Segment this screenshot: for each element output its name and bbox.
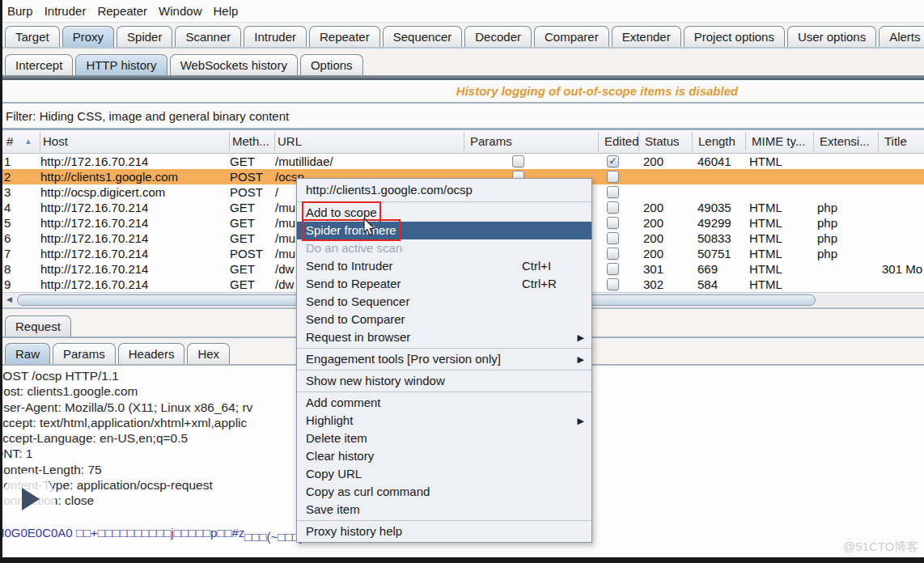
menu-intruder[interactable]: Intruder xyxy=(40,4,93,18)
play-button[interactable] xyxy=(2,472,55,526)
menu-item-copy-url[interactable]: Copy URL xyxy=(297,465,591,483)
menu-item-label: Save item xyxy=(306,502,360,516)
cell-c9: php xyxy=(817,231,837,246)
tab-sequencer[interactable]: Sequencer xyxy=(383,26,463,47)
menu-item-send-to-sequencer[interactable]: Send to Sequencer xyxy=(297,293,591,311)
menu-item-engagement-tools-pro-version-only[interactable]: Engagement tools [Pro version only]▶ xyxy=(297,350,591,368)
column-header-title[interactable]: Title xyxy=(884,134,907,148)
menu-item-proxy-history-help[interactable]: Proxy history help xyxy=(297,523,591,540)
menu-item-delete-item[interactable]: Delete item xyxy=(297,430,591,447)
menu-item-request-in-browser[interactable]: Request in browser▶ xyxy=(297,328,591,346)
menu-item-label: Highlight xyxy=(306,413,353,427)
viewtab-params[interactable]: Params xyxy=(53,343,116,364)
tab-comparer[interactable]: Comparer xyxy=(534,26,609,47)
play-icon xyxy=(22,488,40,510)
cell-c0: 8 xyxy=(4,261,11,277)
column-header-extensi[interactable]: Extensi... xyxy=(820,134,870,148)
edited-checkbox[interactable] xyxy=(607,232,619,244)
menu-item-send-to-comparer[interactable]: Send to Comparer xyxy=(297,311,591,328)
tab-intruder[interactable]: Intruder xyxy=(244,26,307,47)
column-header-mime-ty[interactable]: MIME ty... xyxy=(752,134,805,148)
menu-item-add-to-scope[interactable]: Add to scope xyxy=(297,204,591,222)
column-header-status[interactable]: Status xyxy=(645,134,680,148)
menu-help[interactable]: Help xyxy=(208,4,244,18)
menu-item-add-comment[interactable]: Add comment xyxy=(297,394,591,412)
menu-item-send-to-intruder[interactable]: Send to IntruderCtrl+I xyxy=(297,257,591,275)
menu-item-label: Delete item xyxy=(306,431,367,445)
tab-target[interactable]: Target xyxy=(5,26,60,47)
column-header-params[interactable]: Params xyxy=(470,134,512,148)
submenu-arrow-icon: ▶ xyxy=(578,328,584,346)
column-header-url[interactable]: URL xyxy=(278,134,302,148)
tab-scanner[interactable]: Scanner xyxy=(175,26,241,47)
tab-spider[interactable]: Spider xyxy=(117,26,172,47)
column-header-[interactable]: # xyxy=(6,134,13,148)
menu-item-send-to-repeater[interactable]: Send to RepeaterCtrl+R xyxy=(297,275,591,293)
tab-request[interactable]: Request xyxy=(5,315,71,337)
subtab-websockets-history[interactable]: WebSockets history xyxy=(170,54,298,75)
menu-separator xyxy=(297,392,591,392)
main-tab-bar: TargetProxySpiderScannerIntruderRepeater… xyxy=(2,23,924,49)
menu-item-label: Send to Intruder xyxy=(306,259,393,273)
edited-checkbox[interactable] xyxy=(607,248,619,260)
menu-separator xyxy=(297,348,591,349)
edited-checkbox[interactable] xyxy=(607,186,619,198)
menu-item-label: Send to Sequencer xyxy=(306,294,409,308)
table-row[interactable]: 1http://172.16.70.214GET/mutillidae/2004… xyxy=(2,154,924,169)
menu-item-save-item[interactable]: Save item xyxy=(297,501,591,519)
filter-bar[interactable]: Filter: Hiding CSS, image and general bi… xyxy=(2,104,924,130)
tab-user-options[interactable]: User options xyxy=(787,26,876,47)
window-edge-bottom xyxy=(0,557,924,563)
column-header-length[interactable]: Length xyxy=(698,134,735,148)
edited-checkbox[interactable] xyxy=(607,263,619,275)
tab-decoder[interactable]: Decoder xyxy=(464,26,532,47)
column-header-meth[interactable]: Meth... xyxy=(232,134,269,148)
edited-checkbox[interactable] xyxy=(607,217,619,229)
menu-item-copy-as-curl-command[interactable]: Copy as curl command xyxy=(297,483,591,501)
context-menu: http://clients1.google.com/ocsp Add to s… xyxy=(296,178,592,543)
cell-c10: 301 Mo xyxy=(882,261,922,277)
cell-c0: 4 xyxy=(4,200,11,215)
cell-c7: 49299 xyxy=(697,215,731,231)
edited-checkbox[interactable] xyxy=(607,278,619,290)
tab-project-options[interactable]: Project options xyxy=(684,26,785,47)
viewtab-headers[interactable]: Headers xyxy=(118,343,185,364)
cell-c6: 200 xyxy=(643,246,663,261)
out-of-scope-banner: History logging of out-of-scope items is… xyxy=(294,84,901,98)
params-checkbox[interactable] xyxy=(512,155,524,167)
menu-item-clear-history[interactable]: Clear history xyxy=(297,447,591,465)
column-header-edited[interactable]: Edited xyxy=(604,134,639,148)
subtab-http-history[interactable]: HTTP history xyxy=(75,54,167,75)
shortcut-label: Ctrl+I xyxy=(522,257,551,275)
edited-checkbox[interactable]: ✓ xyxy=(607,155,619,167)
cell-c6: 302 xyxy=(643,277,663,292)
column-divider xyxy=(464,132,464,151)
scroll-left-icon[interactable]: ◀ xyxy=(3,294,15,305)
menu-item-show-new-history-window[interactable]: Show new history window xyxy=(297,372,591,390)
subtab-options[interactable]: Options xyxy=(300,54,363,75)
cell-c6: 200 xyxy=(643,231,663,246)
menu-repeater[interactable]: Repeater xyxy=(92,4,154,18)
cell-c0: 1 xyxy=(4,154,11,169)
tab-extender[interactable]: Extender xyxy=(612,26,681,47)
cell-c7: 584 xyxy=(697,277,718,292)
cell-c7: 669 xyxy=(697,261,718,277)
menu-window[interactable]: Window xyxy=(154,4,208,18)
cell-c0: 5 xyxy=(4,215,11,231)
submenu-arrow-icon: ▶ xyxy=(578,412,584,430)
cell-c2: GET xyxy=(230,154,255,169)
tab-proxy[interactable]: Proxy xyxy=(62,26,114,47)
viewtab-hex[interactable]: Hex xyxy=(187,343,230,364)
edited-checkbox[interactable] xyxy=(607,201,619,214)
menu-separator xyxy=(297,201,591,202)
menu-burp[interactable]: Burp xyxy=(2,4,40,18)
column-header-host[interactable]: Host xyxy=(43,134,68,148)
tab-alerts[interactable]: Alerts xyxy=(879,26,924,47)
column-divider xyxy=(638,132,639,151)
menu-item-highlight[interactable]: Highlight▶ xyxy=(297,412,591,430)
tab-repeater[interactable]: Repeater xyxy=(309,26,380,47)
viewtab-raw[interactable]: Raw xyxy=(5,343,50,364)
edited-checkbox[interactable] xyxy=(607,171,619,183)
menu-item-spider-from-here[interactable]: Spider from here xyxy=(297,222,591,239)
subtab-intercept[interactable]: Intercept xyxy=(5,54,73,75)
